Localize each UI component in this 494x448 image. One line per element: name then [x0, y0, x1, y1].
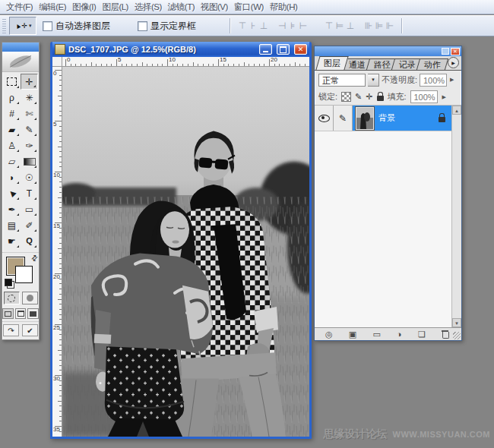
checkbox-box[interactable] — [43, 21, 52, 31]
adjustment-layer-icon[interactable]: ◑ — [397, 330, 402, 339]
type-tool[interactable]: T — [21, 185, 38, 201]
dodge-tool[interactable]: ☉ — [21, 169, 38, 185]
show-bounding-box-checkbox[interactable]: 显示定界框 — [138, 20, 196, 33]
clone-stamp-tool[interactable]: ♙ — [3, 137, 21, 153]
eraser-tool[interactable]: ▱ — [3, 153, 21, 169]
layer-active-cell[interactable]: ✎ — [334, 106, 353, 131]
lock-transparency-icon[interactable] — [341, 92, 351, 102]
panel-menu-button[interactable]: ▶ — [448, 57, 459, 68]
tab-actions[interactable]: 动作 — [416, 58, 448, 70]
swap-colors-icon[interactable]: ⇄ — [29, 253, 40, 263]
quick-mask-mode-button[interactable] — [22, 292, 38, 304]
layer-row-background[interactable]: ✎ 背景 — [315, 106, 451, 131]
menu-item-9[interactable]: 帮助(H) — [267, 1, 300, 14]
menu-item-1[interactable]: 文件(F) — [3, 1, 36, 14]
tab-layers[interactable]: 图层 — [315, 56, 348, 70]
opacity-slider-icon[interactable]: ▶ — [450, 77, 454, 83]
pen-tool[interactable]: ✒ — [3, 201, 21, 217]
menu-item-2[interactable]: 编辑(E) — [36, 1, 69, 14]
canvas-image[interactable] — [62, 67, 309, 437]
menu-item-5[interactable]: 选择(S) — [131, 1, 165, 14]
auto-select-layer-checkbox[interactable]: 自动选择图层 — [43, 20, 110, 33]
healing-brush-tool[interactable]: ▰ — [3, 121, 21, 137]
magic-wand-tool[interactable]: ✳ — [21, 90, 38, 106]
zoom-tool[interactable]: Q — [21, 233, 38, 249]
gradient-tool[interactable] — [21, 153, 38, 169]
scroll-up-icon[interactable]: ▲ — [452, 106, 461, 115]
jump-to-imageready-button[interactable]: ↷ — [3, 324, 19, 336]
align-right-icon[interactable]: ⊢ — [298, 21, 309, 31]
menu-item-7[interactable]: 视图(V) — [198, 1, 231, 14]
ruler-label: 5 — [118, 57, 121, 63]
panel-close-button[interactable]: ✕ — [451, 48, 460, 55]
menu-item-6[interactable]: 滤镜(T) — [165, 1, 198, 14]
new-layer-icon[interactable]: ❏ — [418, 330, 426, 339]
hand-tool[interactable]: ☛ — [3, 233, 21, 249]
blur-tool[interactable]: ◗ — [3, 169, 21, 185]
layer-thumbnail[interactable] — [356, 107, 374, 130]
eyedropper-tool[interactable]: ✐ — [21, 217, 38, 233]
distribute-horizontal-center-icon[interactable]: ⊫ — [374, 21, 385, 31]
align-left-icon[interactable]: ⊣ — [277, 21, 287, 31]
history-brush-tool[interactable]: ✑ — [21, 137, 38, 153]
menu-item-4[interactable]: 图层(L) — [99, 1, 131, 14]
options-bar-grip[interactable] — [2, 18, 6, 33]
align-top-icon[interactable]: ⊤ — [237, 21, 248, 31]
menu-item-8[interactable]: 窗口(W) — [231, 1, 267, 14]
lock-paint-icon[interactable]: ✎ — [355, 93, 362, 101]
layer-visibility-cell[interactable] — [315, 106, 334, 131]
slice-tool[interactable]: ✄ — [21, 106, 38, 121]
align-vertical-center-icon[interactable]: ⊦ — [248, 21, 258, 31]
add-layer-mask-icon[interactable]: ▣ — [349, 330, 356, 339]
path-selection-tool[interactable]: ▶ — [3, 185, 21, 201]
checkbox-box[interactable] — [138, 21, 147, 31]
opacity-value[interactable]: 100% — [420, 74, 447, 87]
fullscreen-button[interactable] — [27, 308, 39, 319]
panel-resize-grip[interactable] — [453, 332, 461, 339]
fill-value[interactable]: 100% — [410, 90, 438, 103]
move-tool[interactable]: ✛ — [21, 74, 38, 90]
default-colors-icon[interactable] — [5, 279, 14, 289]
layer-list-scrollbar[interactable]: ▲ ▼ — [451, 106, 461, 327]
lock-all-icon[interactable] — [377, 96, 384, 101]
distribute-left-icon[interactable]: ⊪ — [363, 21, 374, 31]
fill-slider-icon[interactable]: ▶ — [442, 94, 446, 100]
new-group-icon[interactable]: ▭ — [372, 330, 380, 339]
brush-tool[interactable]: ✎ — [21, 121, 38, 137]
maximize-button[interactable] — [277, 44, 290, 55]
imageready-check-icon[interactable]: ✔ — [22, 324, 38, 336]
distribute-vertical-center-icon[interactable]: ⊨ — [334, 21, 345, 31]
minimize-button[interactable] — [259, 44, 272, 55]
distribute-bottom-icon[interactable]: ⊥ — [345, 21, 356, 31]
layer-selected-area[interactable]: 背景 — [353, 106, 451, 131]
distribute-right-icon[interactable]: ⊩ — [385, 21, 395, 31]
menu-item-3[interactable]: 图像(I) — [69, 1, 99, 14]
crop-tool[interactable]: # — [3, 106, 21, 121]
distribute-top-icon[interactable]: ⊤ — [324, 21, 334, 31]
opacity-label: 不透明度: — [382, 74, 417, 86]
standard-mode-button[interactable] — [4, 292, 20, 304]
align-horizontal-center-icon[interactable]: ⊧ — [287, 21, 298, 31]
blend-mode-dropdown-icon[interactable]: ▼ — [368, 74, 379, 87]
notes-tool[interactable]: ▤ — [3, 217, 21, 233]
background-color-swatch[interactable] — [15, 266, 33, 283]
document-titlebar[interactable]: DSC_1707.JPG @ 12.5%(RGB/8) ✕ — [52, 42, 309, 57]
layer-style-icon[interactable]: ◎ — [325, 330, 333, 339]
toolbox-titlebar[interactable] — [2, 43, 39, 52]
panel-titlebar[interactable]: ✕ — [315, 46, 461, 56]
delete-layer-icon[interactable] — [442, 330, 449, 339]
blend-mode-select[interactable]: 正常 — [318, 74, 366, 87]
shape-tool[interactable]: ▭ — [21, 201, 38, 217]
align-bottom-icon[interactable]: ⊥ — [258, 21, 269, 31]
lasso-tool[interactable]: ρ — [3, 90, 21, 106]
panel-minimize-button[interactable] — [442, 48, 449, 55]
rectangular-marquee-tool[interactable]: □ — [3, 74, 21, 90]
document-body: 05101520 05101520253035 — [52, 57, 309, 437]
close-button[interactable]: ✕ — [294, 44, 307, 55]
panel-tabs: 图层通道路径记录动作▶ — [315, 56, 461, 71]
standard-screen-button[interactable] — [2, 308, 14, 319]
scroll-down-icon[interactable]: ▼ — [452, 318, 461, 327]
lock-position-icon[interactable]: ✛ — [366, 93, 372, 101]
fullscreen-menubar-button[interactable] — [15, 308, 27, 319]
move-tool-preset-button[interactable]: ▲ ✛ ▾ — [9, 17, 36, 35]
